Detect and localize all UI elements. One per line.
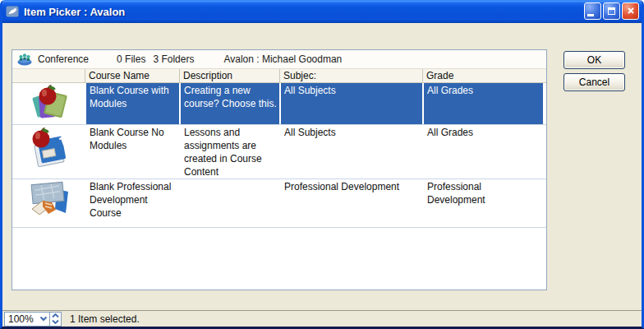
column-header-icon[interactable] xyxy=(12,69,85,82)
zoom-level-combo[interactable]: 100% xyxy=(4,312,50,327)
cell-description xyxy=(179,179,279,227)
app-icon xyxy=(6,5,19,18)
column-header-description[interactable]: Description xyxy=(179,69,279,82)
window-title: Item Picker : Avalon xyxy=(24,6,584,18)
chevron-down-icon[interactable] xyxy=(52,319,59,324)
close-icon xyxy=(627,7,635,15)
course-no-modules-icon xyxy=(12,125,85,178)
conference-icon xyxy=(16,53,33,66)
selection-status: 1 Item selected. xyxy=(70,313,140,325)
cell-description: Lessons and assignments are created in C… xyxy=(179,125,279,178)
cancel-button[interactable]: Cancel xyxy=(564,73,625,91)
maximize-button[interactable] xyxy=(603,2,620,20)
minimize-button[interactable] xyxy=(584,2,601,20)
professional-development-icon xyxy=(12,179,85,227)
files-count: 0 Files xyxy=(117,53,145,65)
cell-subject: All Subjects xyxy=(279,125,422,178)
cell-subject: All Subjects xyxy=(279,83,422,124)
cell-course-name: Blank Professional Development Course xyxy=(85,179,179,227)
statusbar: 100% 1 Item selected. xyxy=(2,310,642,327)
window-controls xyxy=(584,2,639,20)
ok-button[interactable]: OK xyxy=(564,51,625,69)
close-button[interactable] xyxy=(622,2,639,20)
table-header: Course Name Description Subjec: Grade xyxy=(12,69,546,83)
location-owner: Avalon : Michael Goodman xyxy=(223,53,342,65)
chevron-up-icon[interactable] xyxy=(52,313,59,318)
cell-course-name: Blank Course No Modules xyxy=(85,125,179,178)
empty-list-area xyxy=(12,228,546,290)
minimize-icon xyxy=(587,14,594,16)
zoom-level-value: 100% xyxy=(8,313,34,325)
chevron-down-icon[interactable] xyxy=(39,316,48,322)
maximize-icon xyxy=(608,7,615,15)
table-row-blank-professional-development-course[interactable]: Blank Professional Development Course Pr… xyxy=(12,179,546,228)
cell-grade: All Grades xyxy=(422,83,546,124)
location-name: Conference xyxy=(38,53,89,65)
titlebar[interactable]: Item Picker : Avalon xyxy=(0,0,644,23)
course-with-modules-icon xyxy=(12,83,85,124)
cell-grade: Professional Development xyxy=(422,179,546,227)
item-list-panel: Conference 0 Files 3 Folders Avalon : Mi… xyxy=(12,49,547,290)
column-header-grade[interactable]: Grade xyxy=(422,69,546,82)
cell-course-name: Blank Course with Modules xyxy=(85,83,179,124)
folders-count: 3 Folders xyxy=(153,53,194,65)
item-picker-window: Item Picker : Avalon Conference xyxy=(0,0,644,329)
column-header-course-name[interactable]: Course Name xyxy=(85,69,179,82)
zoom-spinner xyxy=(50,312,62,327)
cell-grade: All Grades xyxy=(422,125,546,178)
column-header-subject[interactable]: Subjec: xyxy=(279,69,422,82)
cell-subject: Professional Development xyxy=(279,179,422,227)
table-row-blank-course-with-modules[interactable]: Blank Course with Modules Creating a new… xyxy=(12,83,546,125)
cell-description: Creating a new course? Choose this. xyxy=(179,83,279,124)
table-row-blank-course-no-modules[interactable]: Blank Course No Modules Lessons and assi… xyxy=(12,125,546,179)
location-bar: Conference 0 Files 3 Folders Avalon : Mi… xyxy=(12,50,546,69)
